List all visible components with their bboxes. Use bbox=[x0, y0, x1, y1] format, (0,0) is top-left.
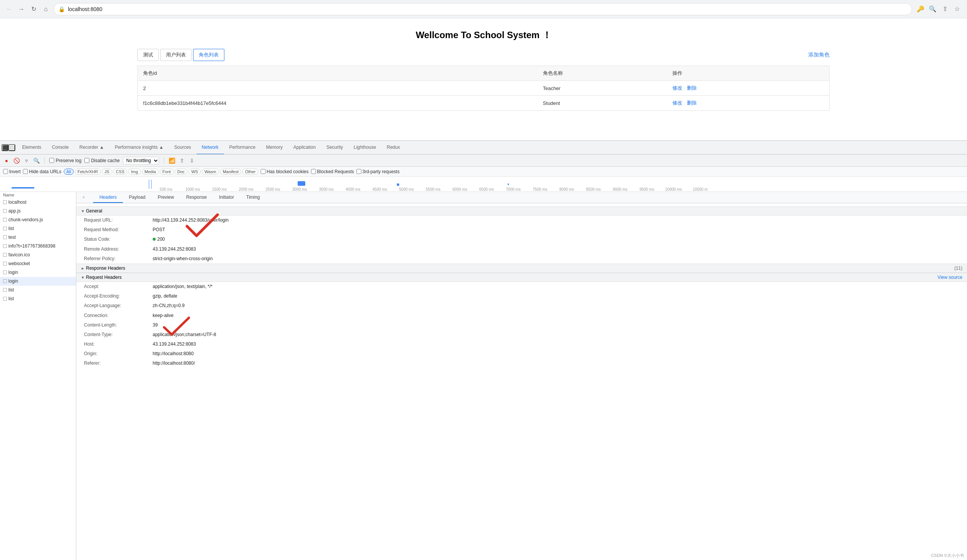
request-icon bbox=[3, 244, 7, 248]
filter-chip-doc[interactable]: Doc bbox=[175, 169, 188, 175]
request-item[interactable]: websocket bbox=[0, 259, 76, 268]
devtools-tab-performance[interactable]: Performance bbox=[224, 141, 261, 155]
devtools-tab-console[interactable]: Console bbox=[46, 141, 74, 155]
devtools-tab-recorder▲[interactable]: Recorder ▲ bbox=[74, 141, 109, 155]
timeline-tick: 8000 ms bbox=[553, 187, 580, 191]
request-item[interactable]: list bbox=[0, 224, 76, 233]
response-headers-section[interactable]: ► Response Headers (11) bbox=[76, 264, 967, 273]
delete-link[interactable]: 删除 bbox=[687, 100, 697, 105]
upload-icon[interactable]: ⇧ bbox=[178, 157, 185, 164]
cell-role-id: 2 bbox=[138, 81, 538, 96]
search-icon[interactable]: 🔍 bbox=[927, 4, 938, 15]
key-icon[interactable]: 🔑 bbox=[915, 4, 926, 15]
filter-chip-media[interactable]: Media bbox=[142, 169, 159, 175]
detail-val: application/json;charset=UTF-8 bbox=[153, 331, 216, 338]
blocked-requests-checkbox[interactable]: Blocked Requests bbox=[311, 169, 354, 175]
devtools-tab-security[interactable]: Security bbox=[321, 141, 348, 155]
devtools-tab-application[interactable]: Application bbox=[288, 141, 321, 155]
details-tab-headers[interactable]: Headers bbox=[93, 192, 122, 203]
details-tab-preview[interactable]: Preview bbox=[152, 192, 180, 203]
filter-chip-all[interactable]: All bbox=[64, 169, 74, 175]
timeline-tick: 4500 ms bbox=[366, 187, 393, 191]
timeline-tick: 8500 ms bbox=[580, 187, 607, 191]
close-details-tab[interactable]: × bbox=[76, 192, 91, 203]
invert-checkbox[interactable]: Invert bbox=[3, 169, 21, 175]
detail-val: 43.139.244.252:8083 bbox=[153, 341, 196, 348]
devtools-tab-memory[interactable]: Memory bbox=[261, 141, 288, 155]
details-tab-timing[interactable]: Timing bbox=[240, 192, 266, 203]
third-party-checkbox[interactable]: 3rd-party requests bbox=[356, 169, 399, 175]
view-source-btn[interactable]: View source bbox=[937, 275, 962, 280]
request-item[interactable]: list bbox=[0, 286, 76, 295]
filter-icon[interactable]: ▿ bbox=[23, 157, 30, 164]
request-item[interactable]: test bbox=[0, 233, 76, 242]
nav-reload-button[interactable]: ↻ bbox=[29, 5, 38, 14]
nav-forward-button[interactable]: → bbox=[17, 5, 26, 14]
delete-link[interactable]: 删除 bbox=[687, 85, 697, 91]
filter-chip-other[interactable]: Other bbox=[242, 169, 258, 175]
share-icon[interactable]: ⇧ bbox=[939, 4, 950, 15]
tab-role-list[interactable]: 角色列表 bbox=[193, 49, 224, 61]
detail-val: gzip, deflate bbox=[153, 293, 177, 300]
record-icon[interactable]: ● bbox=[3, 157, 10, 164]
request-item[interactable]: favicon.ico bbox=[0, 250, 76, 259]
filter-chip-css[interactable]: CSS bbox=[113, 169, 127, 175]
tab-test[interactable]: 测试 bbox=[137, 49, 159, 61]
cell-role-name: Student bbox=[538, 96, 667, 110]
request-item[interactable]: list bbox=[0, 295, 76, 303]
filter-chip-ws[interactable]: WS bbox=[188, 169, 201, 175]
request-icon bbox=[3, 209, 7, 213]
filter-chip-fetch/xhr[interactable]: Fetch/XHR bbox=[75, 169, 101, 175]
hide-data-urls-checkbox[interactable]: Hide data URLs bbox=[23, 169, 61, 175]
devtools-tab-performanceinsights▲[interactable]: Performance insights ▲ bbox=[109, 141, 169, 155]
detail-val: application/json, text/plain, */* bbox=[153, 283, 213, 290]
filter-chip-img[interactable]: Img bbox=[128, 169, 140, 175]
details-tab-response[interactable]: Response bbox=[180, 192, 213, 203]
tab-user-list[interactable]: 用户列表 bbox=[160, 49, 191, 61]
request-headers-section[interactable]: ▼ Request Headers View source bbox=[76, 273, 967, 282]
request-item[interactable]: app.js bbox=[0, 207, 76, 216]
request-item[interactable]: login bbox=[0, 268, 76, 277]
detail-key: Content-Type: bbox=[84, 331, 153, 338]
request-item[interactable]: info?t=1677673668398 bbox=[0, 242, 76, 250]
detail-key: Request Method: bbox=[84, 226, 153, 234]
devtools-tab-redux[interactable]: Redux bbox=[381, 141, 405, 155]
devtools-tab-lighthouse[interactable]: Lighthouse bbox=[348, 141, 381, 155]
request-item[interactable]: chunk-vendors.js bbox=[0, 216, 76, 224]
edit-link[interactable]: 修改 bbox=[672, 100, 682, 105]
general-section-header[interactable]: ▼ General bbox=[76, 206, 967, 216]
search-requests-icon[interactable]: 🔍 bbox=[33, 157, 40, 164]
clear-icon[interactable]: 🚫 bbox=[13, 157, 20, 164]
devtools-tab-elements[interactable]: Elements bbox=[17, 141, 46, 155]
devtools-toggle-icon[interactable]: ⬛ bbox=[2, 144, 8, 151]
details-tab-initiator[interactable]: Initiator bbox=[213, 192, 240, 203]
main-content: Wellcome To School System ！ 测试 用户列表 角色列表… bbox=[0, 18, 967, 140]
nav-back-button[interactable]: ← bbox=[5, 5, 14, 14]
has-blocked-cookies-checkbox[interactable]: Has blocked cookies bbox=[261, 169, 309, 175]
edit-link[interactable]: 修改 bbox=[672, 85, 682, 91]
request-item[interactable]: localhost bbox=[0, 198, 76, 207]
detail-val: keep-alive bbox=[153, 312, 173, 319]
request-item[interactable]: login bbox=[0, 277, 76, 286]
preserve-log-checkbox[interactable]: Preserve log bbox=[49, 158, 81, 163]
filter-chip-font[interactable]: Font bbox=[160, 169, 173, 175]
cell-role-name: Teacher bbox=[538, 81, 667, 96]
nav-home-button[interactable]: ⌂ bbox=[41, 5, 50, 14]
devtools-dock-icon[interactable]: □ bbox=[8, 144, 15, 151]
filter-chip-wasm[interactable]: Wasm bbox=[202, 169, 219, 175]
filter-chip-js[interactable]: JS bbox=[102, 169, 112, 175]
details-tab-payload[interactable]: Payload bbox=[123, 192, 152, 203]
devtools-tab-sources[interactable]: Sources bbox=[169, 141, 196, 155]
add-role-button[interactable]: 添加角色 bbox=[808, 51, 830, 58]
detail-val: zh-CN,zh;q=0.9 bbox=[153, 302, 185, 310]
devtools-tab-network[interactable]: Network bbox=[196, 141, 224, 155]
filter-chip-manifest[interactable]: Manifest bbox=[220, 169, 242, 175]
throttle-select[interactable]: No throttling bbox=[123, 157, 159, 165]
download-icon[interactable]: ⇩ bbox=[188, 157, 195, 164]
disable-cache-checkbox[interactable]: Disable cache bbox=[84, 158, 119, 163]
address-bar[interactable]: 🔒 localhost:8080 bbox=[53, 3, 912, 15]
wifi-icon[interactable]: 📶 bbox=[169, 157, 175, 164]
timeline-marker-2 bbox=[397, 183, 399, 186]
request-header-fields: Accept:application/json, text/plain, */*… bbox=[76, 282, 967, 369]
bookmark-icon[interactable]: ☆ bbox=[952, 4, 962, 15]
